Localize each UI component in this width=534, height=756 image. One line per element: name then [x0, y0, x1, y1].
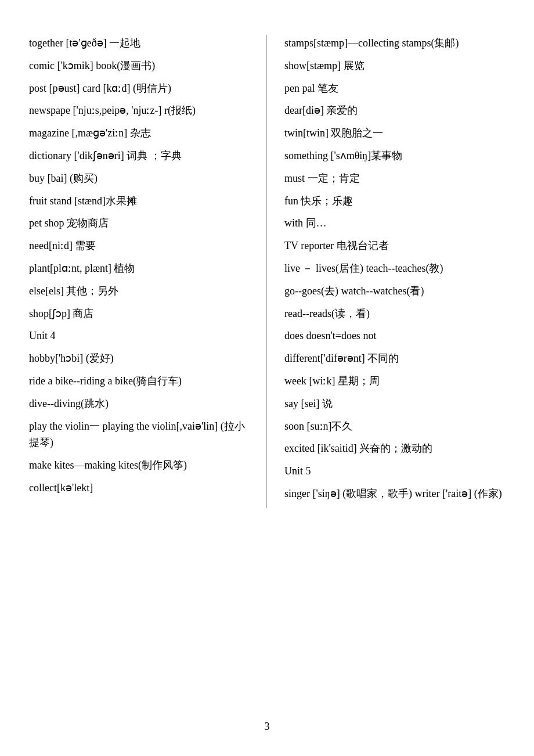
list-item: fun 快乐；乐趣: [284, 193, 505, 210]
list-item: comic ['kɔmik] book(漫画书): [29, 57, 255, 74]
list-item: Unit 4: [29, 327, 255, 344]
list-item: together [tə'ɡeðə] 一起地: [29, 35, 255, 52]
page-number: 3: [265, 721, 270, 733]
list-item: need[niːd] 需要: [29, 237, 255, 254]
list-item: must 一定；肯定: [284, 170, 505, 187]
list-item: go--goes(去) watch--watches(看): [284, 283, 505, 300]
list-item: singer ['siŋə] (歌唱家，歌手) writer ['raitə] …: [284, 485, 505, 502]
list-item: different['difərənt] 不同的: [284, 350, 505, 367]
list-item: dive--diving(跳水): [29, 395, 255, 412]
list-item: magazine [,mæɡə'ziːn] 杂志: [29, 125, 255, 142]
list-item: hobby['hɔbi] (爱好): [29, 350, 255, 367]
list-item: soon [suːn]不久: [284, 418, 505, 435]
list-item: ride a bike--riding a bike(骑自行车): [29, 373, 255, 390]
list-item: newspape ['njuːs,peipə, 'njuːz-] r(报纸): [29, 102, 255, 119]
list-item: twin[twin] 双胞胎之一: [284, 125, 505, 142]
list-item: post [pəust] card [kɑːd] (明信片): [29, 80, 255, 97]
list-item: make kites—making kites(制作风筝): [29, 457, 255, 474]
list-item: with 同…: [284, 215, 505, 232]
list-item: collect[kə'lekt]: [29, 480, 255, 496]
list-item: play the violin一 playing the violin[,vai…: [29, 418, 255, 452]
page-container: together [tə'ɡeðə] 一起地comic ['kɔmik] boo…: [0, 0, 534, 756]
columns-wrapper: together [tə'ɡeðə] 一起地comic ['kɔmik] boo…: [29, 35, 505, 508]
list-item: else[els] 其他；另外: [29, 283, 255, 300]
right-column: stamps[stæmp]—collecting stamps(集邮)show[…: [267, 35, 505, 508]
list-item: Unit 5: [284, 463, 505, 480]
list-item: buy [bai] (购买): [29, 170, 255, 187]
list-item: shop[ʃɔp] 商店: [29, 305, 255, 322]
list-item: does doesn't=does not: [284, 327, 505, 344]
list-item: show[stæmp] 展览: [284, 57, 505, 74]
list-item: stamps[stæmp]—collecting stamps(集邮): [284, 35, 505, 52]
list-item: dictionary ['dikʃənəri] 词典 ；字典: [29, 147, 255, 164]
list-item: read--reads(读，看): [284, 305, 505, 322]
list-item: plant[plɑːnt, plænt] 植物: [29, 260, 255, 277]
list-item: pen pal 笔友: [284, 80, 505, 97]
list-item: live － lives(居住) teach--teaches(教): [284, 260, 505, 277]
list-item: something ['sʌmθiŋ]某事物: [284, 147, 505, 164]
list-item: pet shop 宠物商店: [29, 215, 255, 232]
list-item: TV reporter 电视台记者: [284, 237, 505, 254]
list-item: excited [ik'saitid] 兴奋的；激动的: [284, 440, 505, 457]
list-item: week [wiːk] 星期；周: [284, 373, 505, 390]
list-item: dear[diə] 亲爱的: [284, 102, 505, 119]
list-item: say [sei] 说: [284, 395, 505, 412]
left-column: together [tə'ɡeðə] 一起地comic ['kɔmik] boo…: [29, 35, 267, 508]
list-item: fruit stand [stænd]水果摊: [29, 193, 255, 210]
